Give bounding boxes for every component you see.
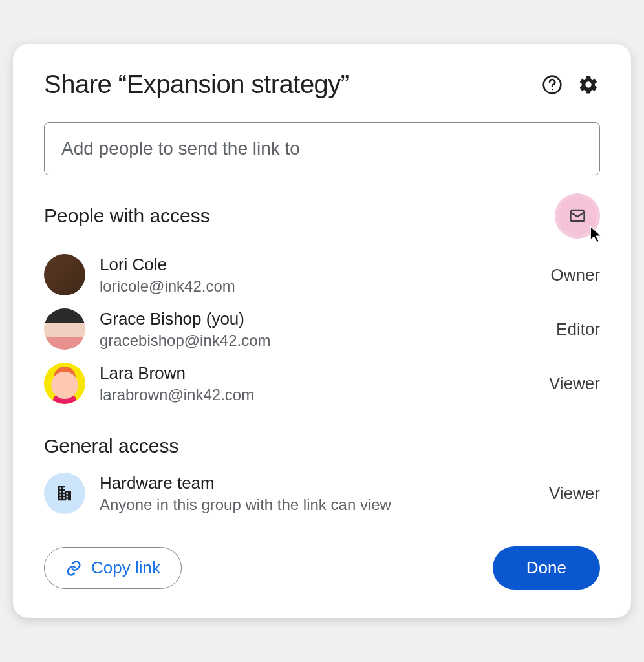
role-dropdown[interactable]: Viewer [549, 484, 600, 504]
copy-link-label: Copy link [91, 558, 160, 578]
share-dialog: Share “Expansion strategy” People with a… [13, 44, 631, 618]
building-icon [55, 484, 74, 503]
role-dropdown[interactable]: Viewer [549, 374, 600, 394]
group-name: Hardware team [100, 473, 391, 493]
group-description: Anyone in this group with the link can v… [100, 496, 391, 514]
person-email: larabrown@ink42.com [100, 386, 254, 404]
person-row: Grace Bishop (you) gracebishop@ink42.com… [44, 308, 600, 350]
people-section-header: People with access [44, 193, 600, 239]
person-email: loricole@ink42.com [100, 277, 235, 295]
mail-icon [568, 207, 586, 225]
person-row: Lori Cole loricole@ink42.com Owner [44, 254, 600, 295]
gear-icon[interactable] [577, 73, 600, 96]
general-access-section: General access Hardware team Anyone in t… [44, 435, 600, 514]
avatar [44, 254, 85, 295]
general-access-title: General access [44, 435, 600, 457]
avatar [44, 363, 85, 404]
header-icons [541, 73, 600, 96]
svg-point-1 [552, 89, 553, 90]
group-avatar [44, 473, 85, 514]
dialog-footer: Copy link Done [44, 546, 600, 590]
person-name: Lara Brown [100, 363, 254, 383]
person-row: Lara Brown larabrown@ink42.com Viewer [44, 363, 600, 404]
role-dropdown[interactable]: Editor [556, 319, 600, 339]
role-label: Owner [550, 265, 600, 285]
email-everyone-button[interactable] [555, 193, 600, 239]
person-name: Lori Cole [100, 255, 235, 275]
avatar [44, 308, 85, 350]
person-name: Grace Bishop (you) [100, 309, 271, 329]
copy-link-button[interactable]: Copy link [44, 547, 182, 589]
link-icon [65, 560, 82, 577]
done-button[interactable]: Done [493, 546, 600, 590]
person-email: gracebishop@ink42.com [100, 332, 271, 350]
dialog-header: Share “Expansion strategy” [44, 70, 600, 99]
help-icon[interactable] [541, 73, 564, 96]
people-with-access-title: People with access [44, 205, 210, 227]
cursor-icon [590, 226, 604, 244]
general-access-row: Hardware team Anyone in this group with … [44, 473, 600, 514]
dialog-title: Share “Expansion strategy” [44, 70, 349, 99]
add-people-input[interactable] [44, 122, 600, 175]
